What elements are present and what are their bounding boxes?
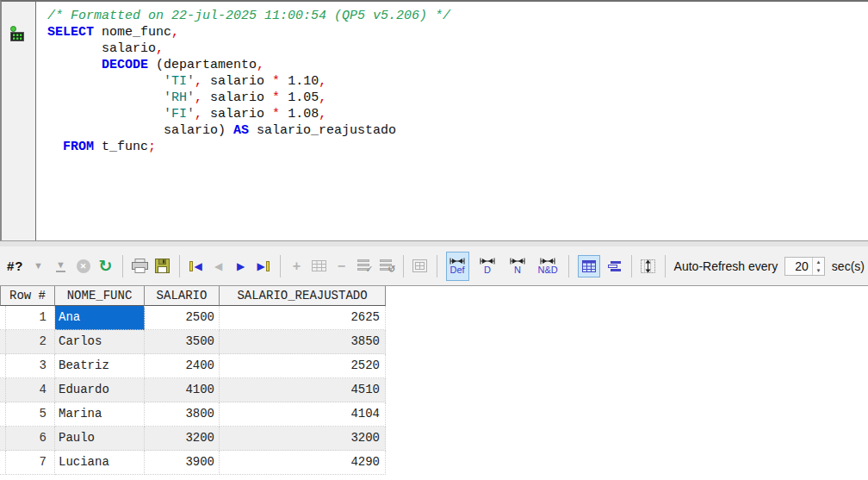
table-row: 2Carlos35003850 [0, 330, 868, 354]
interval-unit-label: sec(s) [832, 259, 865, 273]
row-indicator[interactable] [0, 306, 6, 330]
grid-cell[interactable]: Ana [55, 306, 145, 330]
grid-cell[interactable]: Luciana [55, 451, 145, 475]
grid-cell[interactable]: 3850 [220, 330, 386, 354]
single-record-view-icon[interactable] [412, 256, 428, 277]
grid-result-indicator-icon [9, 26, 26, 46]
grid-cell[interactable]: 3800 [145, 402, 220, 427]
row-number-cell[interactable]: 2 [6, 330, 55, 354]
grid-cell[interactable]: 3200 [220, 427, 386, 451]
toolbar-separator [122, 255, 123, 277]
grid-cell[interactable]: Paulo [55, 427, 145, 451]
row-indicator[interactable] [0, 378, 6, 402]
print-icon[interactable] [132, 256, 148, 277]
record-view-icon[interactable] [607, 256, 623, 277]
column-width-name-button[interactable]: N [506, 252, 530, 281]
grid-body: 1Ana250026252Carlos350038503Beatriz24002… [0, 306, 868, 475]
toolbar-separator [631, 255, 632, 277]
column-header[interactable]: SALARIO [145, 286, 220, 306]
spin-down-icon[interactable]: ▼ [813, 266, 824, 275]
grid-cell[interactable]: Marina [55, 402, 145, 427]
row-number-cell[interactable]: 7 [6, 451, 55, 475]
duplicate-row-icon[interactable] [312, 256, 327, 277]
grid-cell[interactable]: Beatriz [55, 354, 145, 378]
row-indicator[interactable] [0, 451, 6, 475]
toolbar-separator [665, 255, 666, 277]
grid-cell[interactable]: 4104 [220, 402, 386, 427]
first-record-button[interactable]: ◀ [189, 256, 204, 277]
code-line: FROM t_func; [47, 139, 865, 155]
grid-cell[interactable]: 4290 [220, 451, 386, 475]
grid-cell[interactable]: 2520 [220, 354, 386, 378]
dropdown-menu-icon[interactable]: ▼ [31, 256, 46, 277]
row-indicator[interactable] [0, 330, 6, 354]
code-line: 'TI', salario * 1.10, [47, 73, 865, 90]
column-header[interactable]: SALARIO_REAJUSTADO [220, 286, 386, 306]
results-grid: Row #NOME_FUNCSALARIOSALARIO_REAJUSTADO … [0, 286, 868, 475]
results-toolbar: #? ▼ ▼ ✕ ↻ ◀ ◀ ▶ ▶ + [0, 246, 868, 286]
grid-cell[interactable]: 2400 [145, 354, 220, 378]
cancel-query-icon[interactable]: ✕ [76, 256, 91, 277]
code-line: 'FI', salario * 1.08, [47, 106, 865, 122]
code-line: salario) AS salario_reajustado [47, 122, 865, 139]
row-number-cell[interactable]: 5 [6, 402, 55, 427]
table-row: 5Marina38004104 [0, 402, 868, 427]
auto-refresh-interval-stepper[interactable]: 20 ▲ ▼ [784, 257, 825, 276]
editor-gutter [2, 2, 36, 240]
row-count-button[interactable]: #? [7, 256, 24, 277]
column-width-name-data-button[interactable]: N&D [536, 252, 560, 281]
next-record-button[interactable]: ▶ [233, 256, 249, 277]
grid-cell[interactable]: 2625 [220, 306, 386, 330]
grid-cell[interactable]: Eduardo [55, 378, 145, 402]
row-height-icon[interactable] [641, 256, 656, 277]
fit-arrows-icon [480, 258, 495, 265]
spin-up-icon[interactable]: ▲ [813, 258, 824, 266]
grid-view-icon[interactable] [578, 255, 600, 277]
toolbar-separator [437, 255, 437, 277]
grid-cell[interactable]: 2500 [145, 306, 220, 330]
code-line: 'RH', salario * 1.05, [47, 90, 865, 106]
delete-row-icon[interactable]: − [334, 256, 350, 277]
fetch-all-rows-icon[interactable]: ▼ [53, 256, 69, 277]
grid-cell[interactable]: 3500 [145, 330, 220, 354]
table-row: 4Eduardo41004510 [0, 378, 868, 402]
grid-cell[interactable]: Carlos [55, 330, 145, 354]
row-number-cell[interactable]: 3 [6, 354, 55, 378]
row-indicator[interactable] [0, 427, 6, 451]
refresh-icon[interactable]: ↻ [98, 256, 114, 277]
grid-header-row: Row #NOME_FUNCSALARIOSALARIO_REAJUSTADO [0, 286, 868, 306]
code-line: DECODE (departamento, [47, 57, 865, 73]
column-width-data-button[interactable]: D [476, 252, 499, 281]
row-number-cell[interactable]: 4 [6, 378, 55, 402]
panel-divider[interactable] [0, 240, 868, 246]
toolbar-separator [403, 255, 404, 277]
column-header[interactable]: Row # [0, 286, 55, 306]
column-header[interactable]: NOME_FUNC [55, 286, 145, 306]
previous-record-button[interactable]: ◀ [211, 256, 226, 277]
code-line: salario, [47, 41, 865, 57]
auto-refresh-label: Auto-Refresh every [674, 259, 778, 273]
insert-row-icon[interactable]: + [289, 256, 305, 277]
row-number-cell[interactable]: 6 [6, 427, 55, 451]
fit-arrows-icon [540, 258, 555, 265]
interval-value[interactable]: 20 [785, 258, 812, 275]
save-results-icon[interactable] [155, 256, 170, 277]
grid-cell[interactable]: 3200 [145, 427, 220, 451]
table-row: 7Luciana39004290 [0, 451, 868, 475]
post-edits-icon[interactable]: ✓ [356, 256, 372, 277]
sql-code[interactable]: /* Formatted on 22-jul-2025 11:00:54 (QP… [36, 2, 868, 240]
column-width-default-button[interactable]: Def [446, 252, 469, 281]
grid-cell[interactable]: 3900 [145, 451, 220, 475]
row-indicator[interactable] [0, 354, 6, 378]
sql-editor-panel: /* Formatted on 22-jul-2025 11:00:54 (QP… [0, 0, 868, 240]
code-line: SELECT nome_func, [47, 24, 865, 41]
last-record-button[interactable]: ▶ [256, 256, 271, 277]
toolbar-separator [179, 255, 180, 277]
row-number-cell[interactable]: 1 [6, 306, 55, 330]
code-line: /* Formatted on 22-jul-2025 11:00:54 (QP… [47, 8, 865, 24]
grid-cell[interactable]: 4100 [145, 378, 220, 402]
fit-arrows-icon [450, 258, 465, 265]
grid-cell[interactable]: 4510 [220, 378, 386, 402]
row-indicator[interactable] [0, 402, 6, 427]
revert-edits-icon[interactable]: ↺ [379, 256, 394, 277]
